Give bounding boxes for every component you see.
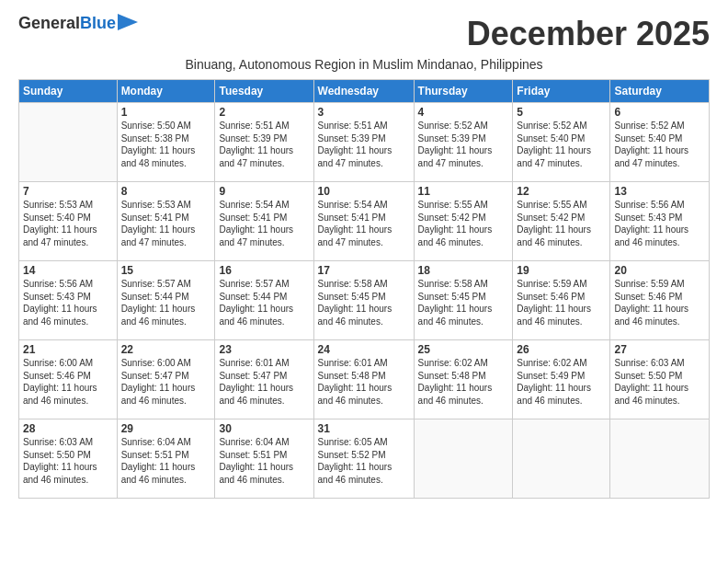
- day-info: Sunrise: 5:54 AMSunset: 5:41 PMDaylight:…: [219, 199, 309, 248]
- day-number: 10: [318, 185, 410, 198]
- calendar-cell: 18Sunrise: 5:58 AMSunset: 5:45 PMDayligh…: [414, 261, 513, 340]
- day-number: 28: [23, 422, 113, 435]
- logo-text: GeneralBlue: [18, 15, 116, 33]
- calendar-cell: [513, 419, 610, 499]
- day-info: Sunrise: 6:05 AMSunset: 5:52 PMDaylight:…: [318, 436, 410, 486]
- calendar-cell: [414, 419, 513, 499]
- week-row-2: 7Sunrise: 5:53 AMSunset: 5:40 PMDaylight…: [19, 182, 710, 261]
- week-row-3: 14Sunrise: 5:56 AMSunset: 5:43 PMDayligh…: [19, 261, 710, 340]
- calendar-cell: 10Sunrise: 5:54 AMSunset: 5:41 PMDayligh…: [313, 182, 414, 261]
- calendar-cell: 9Sunrise: 5:54 AMSunset: 5:41 PMDaylight…: [215, 182, 313, 261]
- col-friday: Friday: [513, 80, 610, 103]
- day-number: 22: [121, 343, 211, 356]
- calendar-cell: 28Sunrise: 6:03 AMSunset: 5:50 PMDayligh…: [19, 419, 118, 499]
- day-info: Sunrise: 6:02 AMSunset: 5:49 PMDaylight:…: [517, 357, 606, 407]
- calendar-cell: 4Sunrise: 5:52 AMSunset: 5:39 PMDaylight…: [414, 103, 513, 182]
- day-number: 29: [121, 422, 211, 435]
- month-title: December 2025: [467, 15, 710, 53]
- day-info: Sunrise: 5:52 AMSunset: 5:39 PMDaylight:…: [418, 120, 509, 169]
- day-number: 19: [517, 264, 606, 277]
- week-row-1: 1Sunrise: 5:50 AMSunset: 5:38 PMDaylight…: [19, 103, 710, 182]
- day-info: Sunrise: 5:57 AMSunset: 5:44 PMDaylight:…: [121, 278, 211, 327]
- day-info: Sunrise: 5:52 AMSunset: 5:40 PMDaylight:…: [614, 120, 705, 169]
- day-info: Sunrise: 5:53 AMSunset: 5:40 PMDaylight:…: [23, 199, 113, 248]
- calendar-cell: 7Sunrise: 5:53 AMSunset: 5:40 PMDaylight…: [19, 182, 118, 261]
- calendar-cell: 16Sunrise: 5:57 AMSunset: 5:44 PMDayligh…: [215, 261, 313, 340]
- day-number: 26: [517, 343, 606, 356]
- day-info: Sunrise: 5:55 AMSunset: 5:42 PMDaylight:…: [418, 199, 509, 248]
- day-info: Sunrise: 5:51 AMSunset: 5:39 PMDaylight:…: [219, 120, 309, 169]
- day-info: Sunrise: 6:03 AMSunset: 5:50 PMDaylight:…: [614, 357, 705, 407]
- day-info: Sunrise: 6:03 AMSunset: 5:50 PMDaylight:…: [23, 436, 113, 486]
- calendar-cell: 12Sunrise: 5:55 AMSunset: 5:42 PMDayligh…: [513, 182, 610, 261]
- day-number: 14: [23, 264, 113, 277]
- day-info: Sunrise: 5:55 AMSunset: 5:42 PMDaylight:…: [517, 199, 606, 248]
- calendar-cell: 5Sunrise: 5:52 AMSunset: 5:40 PMDaylight…: [513, 103, 610, 182]
- day-number: 1: [121, 106, 211, 119]
- calendar-header-row: Sunday Monday Tuesday Wednesday Thursday…: [19, 80, 710, 103]
- calendar-cell: 2Sunrise: 5:51 AMSunset: 5:39 PMDaylight…: [215, 103, 313, 182]
- svg-marker-0: [118, 14, 138, 30]
- day-number: 4: [418, 106, 509, 119]
- day-number: 13: [614, 185, 705, 198]
- day-number: 30: [219, 422, 309, 435]
- calendar-cell: 15Sunrise: 5:57 AMSunset: 5:44 PMDayligh…: [117, 261, 215, 340]
- day-info: Sunrise: 5:50 AMSunset: 5:38 PMDaylight:…: [121, 120, 211, 169]
- day-info: Sunrise: 5:56 AMSunset: 5:43 PMDaylight:…: [614, 199, 705, 248]
- col-thursday: Thursday: [414, 80, 513, 103]
- logo: GeneralBlue: [18, 15, 138, 33]
- day-info: Sunrise: 6:04 AMSunset: 5:51 PMDaylight:…: [219, 436, 309, 486]
- page: GeneralBlue December 2025 Binuang, Auton…: [0, 0, 728, 508]
- day-number: 8: [121, 185, 211, 198]
- calendar-cell: 17Sunrise: 5:58 AMSunset: 5:45 PMDayligh…: [313, 261, 414, 340]
- day-number: 16: [219, 264, 309, 277]
- day-info: Sunrise: 6:01 AMSunset: 5:47 PMDaylight:…: [219, 357, 309, 407]
- day-info: Sunrise: 6:02 AMSunset: 5:48 PMDaylight:…: [418, 357, 509, 407]
- day-number: 15: [121, 264, 211, 277]
- day-number: 9: [219, 185, 309, 198]
- week-row-4: 21Sunrise: 6:00 AMSunset: 5:46 PMDayligh…: [19, 340, 710, 419]
- day-number: 27: [614, 343, 705, 356]
- day-info: Sunrise: 5:59 AMSunset: 5:46 PMDaylight:…: [614, 278, 705, 327]
- day-info: Sunrise: 5:58 AMSunset: 5:45 PMDaylight:…: [418, 278, 509, 327]
- day-info: Sunrise: 5:58 AMSunset: 5:45 PMDaylight:…: [318, 278, 410, 327]
- calendar-cell: 6Sunrise: 5:52 AMSunset: 5:40 PMDaylight…: [610, 103, 710, 182]
- calendar-cell: 21Sunrise: 6:00 AMSunset: 5:46 PMDayligh…: [19, 340, 118, 419]
- day-info: Sunrise: 6:01 AMSunset: 5:48 PMDaylight:…: [318, 357, 410, 407]
- calendar: Sunday Monday Tuesday Wednesday Thursday…: [18, 79, 710, 499]
- day-number: 21: [23, 343, 113, 356]
- subtitle: Binuang, Autonomous Region in Muslim Min…: [18, 57, 710, 72]
- day-info: Sunrise: 6:04 AMSunset: 5:51 PMDaylight:…: [121, 436, 211, 486]
- day-info: Sunrise: 5:57 AMSunset: 5:44 PMDaylight:…: [219, 278, 309, 327]
- day-number: 17: [318, 264, 410, 277]
- calendar-cell: 31Sunrise: 6:05 AMSunset: 5:52 PMDayligh…: [313, 419, 414, 499]
- calendar-cell: 27Sunrise: 6:03 AMSunset: 5:50 PMDayligh…: [610, 340, 710, 419]
- day-number: 11: [418, 185, 509, 198]
- day-number: 2: [219, 106, 309, 119]
- day-number: 20: [614, 264, 705, 277]
- day-number: 7: [23, 185, 113, 198]
- col-tuesday: Tuesday: [215, 80, 313, 103]
- col-wednesday: Wednesday: [313, 80, 414, 103]
- day-info: Sunrise: 5:54 AMSunset: 5:41 PMDaylight:…: [318, 199, 410, 248]
- day-info: Sunrise: 6:00 AMSunset: 5:47 PMDaylight:…: [121, 357, 211, 407]
- calendar-cell: 8Sunrise: 5:53 AMSunset: 5:41 PMDaylight…: [117, 182, 215, 261]
- calendar-cell: 11Sunrise: 5:55 AMSunset: 5:42 PMDayligh…: [414, 182, 513, 261]
- day-number: 24: [318, 343, 410, 356]
- calendar-cell: 3Sunrise: 5:51 AMSunset: 5:39 PMDaylight…: [313, 103, 414, 182]
- day-info: Sunrise: 5:53 AMSunset: 5:41 PMDaylight:…: [121, 199, 211, 248]
- day-info: Sunrise: 5:56 AMSunset: 5:43 PMDaylight:…: [23, 278, 113, 327]
- calendar-cell: 14Sunrise: 5:56 AMSunset: 5:43 PMDayligh…: [19, 261, 118, 340]
- calendar-cell: 19Sunrise: 5:59 AMSunset: 5:46 PMDayligh…: [513, 261, 610, 340]
- calendar-cell: [610, 419, 710, 499]
- day-number: 31: [318, 422, 410, 435]
- day-number: 6: [614, 106, 705, 119]
- calendar-cell: 29Sunrise: 6:04 AMSunset: 5:51 PMDayligh…: [117, 419, 215, 499]
- calendar-cell: 25Sunrise: 6:02 AMSunset: 5:48 PMDayligh…: [414, 340, 513, 419]
- logo-arrow-icon: [118, 14, 138, 30]
- col-sunday: Sunday: [19, 80, 118, 103]
- col-saturday: Saturday: [610, 80, 710, 103]
- day-info: Sunrise: 5:52 AMSunset: 5:40 PMDaylight:…: [517, 120, 606, 169]
- calendar-cell: [19, 103, 118, 182]
- day-number: 5: [517, 106, 606, 119]
